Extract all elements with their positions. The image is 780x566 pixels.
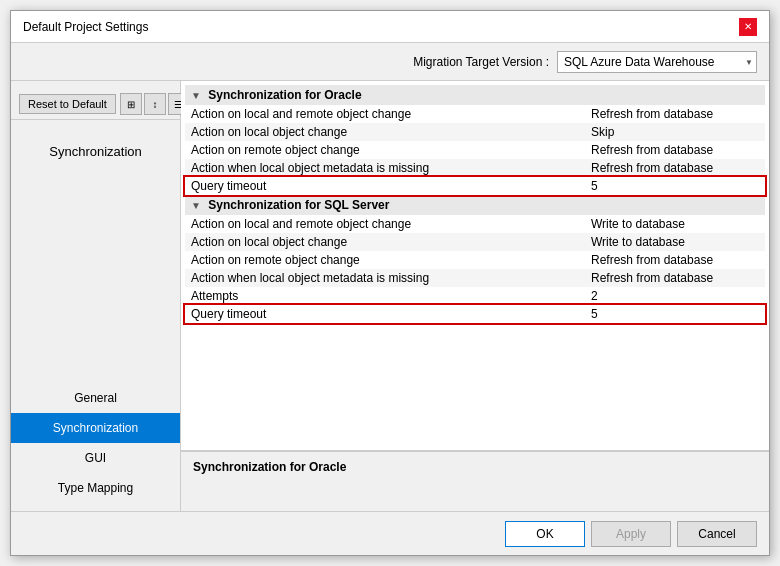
sql-row-2-value: Write to database [585,233,765,251]
sidebar-item-type-mapping[interactable]: Type Mapping [11,473,180,503]
apply-button[interactable]: Apply [591,521,671,547]
reset-button[interactable]: Reset to Default [19,94,116,114]
collapse-oracle-icon[interactable]: ▼ [191,90,201,101]
bottom-section: Synchronization for Oracle [181,451,769,511]
oracle-section-header: ▼ Synchronization for Oracle [185,85,765,105]
sidebar-top: Reset to Default ⊞ ↕ ☰ [11,89,180,120]
sidebar-item-gui[interactable]: GUI [11,443,180,473]
oracle-row-1-value: Refresh from database [585,105,765,123]
cancel-button[interactable]: Cancel [677,521,757,547]
close-button[interactable]: ✕ [739,18,757,36]
sql-row-2-label: Action on local object change [185,233,585,251]
sql-section-title: Synchronization for SQL Server [208,198,389,212]
oracle-row-2-value: Skip [585,123,765,141]
oracle-query-timeout-row[interactable]: Query timeout 5 [185,177,765,195]
table-row: Action when local object metadata is mis… [185,159,765,177]
sql-row-3-value: Refresh from database [585,251,765,269]
oracle-row-3-label: Action on remote object change [185,141,585,159]
table-row: Action on local and remote object change… [185,215,765,233]
main-area: Reset to Default ⊞ ↕ ☰ Synchronization G… [11,81,769,511]
sql-section-header: ▼ Synchronization for SQL Server [185,195,765,215]
sort-icon: ↕ [152,99,157,110]
toolbar-icons: ⊞ ↕ ☰ [120,93,190,115]
sidebar: Reset to Default ⊞ ↕ ☰ Synchronization G… [11,81,181,511]
table-row: Action on local object change Skip [185,123,765,141]
sort-icon-button[interactable]: ↕ [144,93,166,115]
sql-row-1-value: Write to database [585,215,765,233]
oracle-row-4-label: Action when local object metadata is mis… [185,159,585,177]
top-bar: Migration Target Version : SQL Azure Dat… [11,43,769,81]
table-row: Action on remote object change Refresh f… [185,141,765,159]
oracle-row-4-value: Refresh from database [585,159,765,177]
footer: OK Apply Cancel [11,511,769,555]
oracle-row-3-value: Refresh from database [585,141,765,159]
grid-icon-button[interactable]: ⊞ [120,93,142,115]
sidebar-nav: General Synchronization GUI Type Mapping [11,383,180,511]
table-row: Action on local and remote object change… [185,105,765,123]
collapse-sql-icon[interactable]: ▼ [191,200,201,211]
sql-query-timeout-value: 5 [585,305,765,323]
sql-row-4-value: Refresh from database [585,269,765,287]
settings-panel[interactable]: ▼ Synchronization for Oracle Action on l… [181,81,769,451]
sql-row-3-label: Action on remote object change [185,251,585,269]
table-row: Action on remote object change Refresh f… [185,251,765,269]
dialog-title: Default Project Settings [23,20,148,34]
grid-icon: ⊞ [127,99,135,110]
ok-button[interactable]: OK [505,521,585,547]
oracle-row-2-label: Action on local object change [185,123,585,141]
sql-row-1-label: Action on local and remote object change [185,215,585,233]
sql-query-timeout-row[interactable]: Query timeout 5 [185,305,765,323]
oracle-row-1-label: Action on local and remote object change [185,105,585,123]
title-bar: Default Project Settings ✕ [11,11,769,43]
oracle-query-timeout-value: 5 [585,177,765,195]
dialog: Default Project Settings ✕ Migration Tar… [10,10,770,556]
sidebar-section-label: Synchronization [11,132,180,171]
migration-label: Migration Target Version : [413,55,549,69]
sidebar-item-synchronization[interactable]: Synchronization [11,413,180,443]
oracle-query-timeout-label: Query timeout [185,177,585,195]
sql-query-timeout-label: Query timeout [185,305,585,323]
settings-table: ▼ Synchronization for Oracle Action on l… [185,85,765,323]
migration-select-wrapper[interactable]: SQL Azure Data Warehouse SQL Server 2016… [557,51,757,73]
sql-attempts-label: Attempts [185,287,585,305]
sidebar-item-general[interactable]: General [11,383,180,413]
sql-row-4-label: Action when local object metadata is mis… [185,269,585,287]
migration-select[interactable]: SQL Azure Data Warehouse SQL Server 2016… [557,51,757,73]
table-row: Action when local object metadata is mis… [185,269,765,287]
oracle-section-title: Synchronization for Oracle [208,88,361,102]
sql-attempts-value: 2 [585,287,765,305]
bottom-section-title: Synchronization for Oracle [193,460,757,474]
table-row: Attempts 2 [185,287,765,305]
content-area: ▼ Synchronization for Oracle Action on l… [181,81,769,511]
table-row: Action on local object change Write to d… [185,233,765,251]
